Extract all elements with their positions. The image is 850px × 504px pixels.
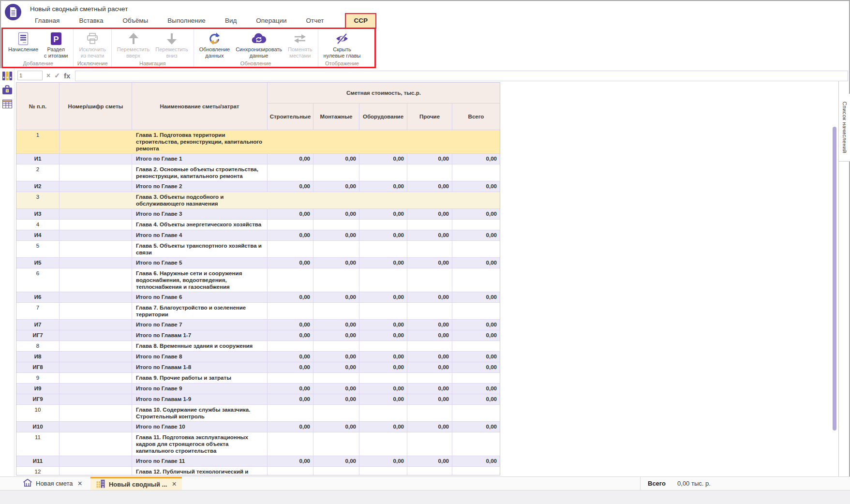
- sheet-icon[interactable]: [1, 98, 13, 110]
- row-num-cell: И3: [16, 209, 60, 220]
- table-row-chapter[interactable]: 5Глава 5. Объекты транспортного хозяйств…: [16, 241, 500, 258]
- row-code-cell: [60, 373, 132, 384]
- move-up-icon: [127, 31, 140, 46]
- table-row-total[interactable]: ИГ9Итого по Главам 1-90,000,000,000,000,…: [16, 394, 500, 405]
- menu-tab[interactable]: Вставка: [79, 14, 103, 29]
- sync-data-button[interactable]: Синхронизироватьданные: [233, 30, 285, 59]
- document-tab[interactable]: Новый сводный ...×: [90, 477, 182, 490]
- table-row-chapter[interactable]: 6Глава 6. Наружные сети и сооружения вод…: [16, 268, 500, 292]
- table-row-total[interactable]: И7Итого по Главе 70,000,000,000,000,00: [16, 320, 500, 330]
- table-row-total[interactable]: И10Итого по Главе 100,000,000,000,000,00: [16, 422, 500, 432]
- section-with-totals-button[interactable]: PРазделс итогами: [41, 30, 71, 59]
- row-code-cell: [60, 467, 132, 475]
- row-code-cell: [60, 456, 132, 467]
- row-name-cell: Итого по Главе 9: [132, 384, 268, 394]
- table-row-total[interactable]: И3Итого по Главе 30,000,000,000,000,00: [16, 209, 500, 220]
- row-value-cell: 0,00: [268, 352, 313, 362]
- app-logo-icon: [4, 3, 22, 21]
- menu-tab[interactable]: Отчет: [306, 14, 324, 29]
- row-value-cell: [452, 467, 500, 475]
- row-name-cell: Итого по Главе 8: [132, 352, 268, 362]
- row-value-cell: 0,00: [313, 422, 359, 432]
- menu-tab[interactable]: ССР: [345, 13, 376, 29]
- table-row-chapter[interactable]: 2Глава 2. Основные объекты строительства…: [16, 164, 500, 181]
- row-value-cell: [407, 268, 452, 292]
- row-value-cell: 0,00: [313, 181, 359, 192]
- row-code-cell: [60, 181, 132, 192]
- row-value-cell: [313, 220, 359, 230]
- menu-tab[interactable]: Операции: [256, 14, 286, 29]
- row-value-cell: [313, 268, 359, 292]
- close-icon[interactable]: ×: [78, 479, 82, 488]
- table-row-total[interactable]: И6Итого по Главе 60,000,000,000,000,00: [16, 292, 500, 303]
- table-row-chapter[interactable]: 11Глава 11. Подготовка эксплуатационных …: [16, 432, 500, 456]
- row-value-cell: 0,00: [313, 154, 359, 164]
- table-row-total[interactable]: И4Итого по Главе 40,000,000,000,000,00: [16, 230, 500, 241]
- close-icon[interactable]: ×: [172, 480, 176, 489]
- button-label: Синхронизироватьданные: [236, 46, 282, 59]
- table-row-chapter[interactable]: 3Глава 3. Объекты подсобного и обслужива…: [16, 192, 500, 209]
- hide-zero-chapters-button[interactable]: Скрытьнулевые главы: [321, 30, 364, 59]
- menu-tab[interactable]: Вид: [225, 14, 237, 29]
- accrual-list-panel-tab[interactable]: Список начислений: [838, 94, 850, 162]
- document-tab[interactable]: Новая смета×: [17, 477, 88, 490]
- row-num-cell: И10: [16, 422, 60, 432]
- button-label: Обновлениеданных: [199, 46, 230, 59]
- vertical-scrollbar[interactable]: [833, 127, 836, 430]
- menu-tab[interactable]: Объёмы: [123, 14, 149, 29]
- table-row-total[interactable]: И9Итого по Главе 90,000,000,000,000,00: [16, 384, 500, 394]
- row-value-cell: 0,00: [407, 292, 452, 303]
- menu-bar: ГлавнаяВставкаОбъёмыВыполнениеВидОпераци…: [35, 13, 376, 29]
- table-row-chapter[interactable]: 12Глава 12. Публичный технологический и …: [16, 467, 500, 475]
- row-value-cell: 0,00: [407, 362, 452, 373]
- refresh-data-button[interactable]: Обновлениеданных: [196, 30, 233, 59]
- row-value-cell: [407, 164, 452, 181]
- swap-button[interactable]: Поменятьместами: [285, 30, 315, 59]
- table-row-chapter[interactable]: 1Глава 1. Подготовка территории строител…: [16, 130, 500, 154]
- row-value-cell: 0,00: [313, 330, 359, 341]
- table-row-total[interactable]: И8Итого по Главе 80,000,000,000,000,00: [16, 352, 500, 362]
- table-row-chapter[interactable]: 9Глава 9. Прочие работы и затраты: [16, 373, 500, 384]
- table-row-total[interactable]: И11Итого по Главе 110,000,000,000,000,00: [16, 456, 500, 467]
- formula-input[interactable]: [75, 71, 848, 81]
- row-indicator-input[interactable]: [17, 71, 43, 80]
- menu-tab[interactable]: Выполнение: [167, 14, 206, 29]
- column-header-cost: Оборудование: [359, 104, 407, 130]
- row-value-cell: 0,00: [268, 181, 313, 192]
- confirm-icon[interactable]: ✓: [54, 72, 60, 79]
- window-title: Новый сводный сметный расчет: [30, 5, 128, 13]
- row-code-cell: [60, 130, 132, 154]
- exclude-from-print-button[interactable]: Исключитьиз печати: [76, 30, 108, 59]
- column-header-cost: Строительные: [268, 104, 313, 130]
- cancel-icon[interactable]: ×: [46, 72, 50, 79]
- table-row-chapter[interactable]: 8Глава 8. Временные здания и сооружения: [16, 341, 500, 352]
- table-row-chapter[interactable]: 7Глава 7. Благоустройство и озеленение т…: [16, 303, 500, 320]
- table-row-total[interactable]: И5Итого по Главе 50,000,000,000,000,00: [16, 258, 500, 268]
- row-num-cell: И5: [16, 258, 60, 268]
- table-row-total[interactable]: ИГ8Итого по Главам 1-80,000,000,000,000,…: [16, 362, 500, 373]
- table-row-total[interactable]: И1Итого по Главе 10,000,000,000,000,00: [16, 154, 500, 164]
- binders-icon[interactable]: [1, 70, 13, 82]
- row-value-cell: [313, 373, 359, 384]
- row-value-cell: 0,00: [452, 330, 500, 341]
- move-up-button[interactable]: Переместитьвверх: [114, 30, 152, 59]
- briefcase-icon[interactable]: [1, 84, 13, 96]
- row-num-cell: И9: [16, 384, 60, 394]
- table-row-chapter[interactable]: 10Глава 10. Содержание службы заказчика.…: [16, 405, 500, 422]
- row-value-cell: 0,00: [407, 209, 452, 220]
- row-num-cell: И4: [16, 230, 60, 241]
- row-value-cell: [268, 220, 313, 230]
- table-row-total[interactable]: И2Итого по Главе 20,000,000,000,000,00: [16, 181, 500, 192]
- row-value-cell: [268, 303, 313, 320]
- row-value-cell: [452, 373, 500, 384]
- row-value-cell: 0,00: [268, 258, 313, 268]
- table-row-total[interactable]: ИГ7Итого по Главам 1-70,000,000,000,000,…: [16, 330, 500, 341]
- table-row-chapter[interactable]: 4Глава 4. Объекты энергетического хозяйс…: [16, 220, 500, 230]
- accrual-button[interactable]: Начисление: [5, 30, 41, 53]
- row-value-cell: 0,00: [359, 292, 407, 303]
- row-value-cell: 0,00: [452, 384, 500, 394]
- row-value-cell: 0,00: [452, 154, 500, 164]
- column-header-code: Номер/шифр сметы: [60, 83, 132, 130]
- move-down-button[interactable]: Переместитьвниз: [152, 30, 191, 59]
- menu-tab[interactable]: Главная: [35, 14, 60, 29]
